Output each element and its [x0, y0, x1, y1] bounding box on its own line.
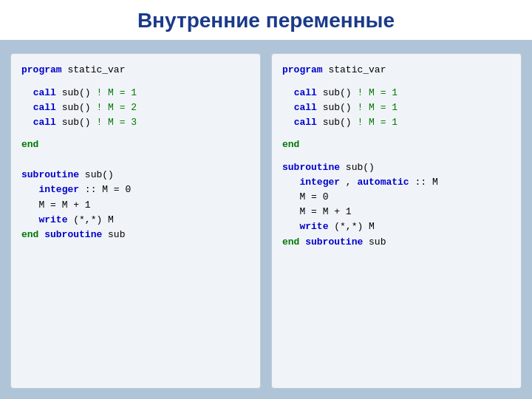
code-text-r3: sub() [323, 102, 358, 113]
code-line-8: M = M + 1 [21, 198, 250, 213]
code-indent [21, 117, 27, 128]
code-text-r10: (*,*) M [334, 221, 375, 232]
code-text-r5: sub() [346, 162, 375, 173]
code-text-r9: M = M + 1 [299, 206, 351, 217]
blank-line-r1 [282, 78, 511, 85]
code-text: sub() [62, 87, 97, 98]
kw-program-1: program [21, 64, 62, 75]
kw-call-1: call [33, 87, 56, 98]
code-line-r5: end [282, 137, 511, 152]
header: Внутренние переменные [0, 0, 532, 41]
code-text: sub() [62, 117, 97, 128]
kw-subroutine-1: subroutine [21, 169, 79, 180]
code-indent-r3 [282, 117, 288, 128]
kw-program-2: program [282, 64, 323, 75]
comment-1: ! M = 1 [96, 87, 137, 98]
code-line-r8: M = 0 [282, 190, 511, 205]
comment-3: ! M = 3 [96, 117, 137, 128]
blank-line-r2 [282, 130, 511, 137]
kw-call-r2: call [294, 102, 317, 113]
kw-subroutine-end-r1: subroutine [305, 236, 363, 248]
kw-automatic-r1: automatic [357, 177, 409, 188]
code-indent-3 [21, 200, 33, 211]
page-container: Внутренние переменные program static_var… [0, 0, 532, 399]
comment-r3: ! M = 1 [357, 117, 398, 128]
code-indent-r2 [282, 102, 288, 113]
kw-end-subroutine-1: end [21, 229, 38, 240]
kw-integer-r1: integer [299, 177, 340, 188]
kw-integer-1: integer [38, 184, 79, 195]
code-indent [21, 102, 27, 113]
code-text-5: sub [108, 229, 125, 240]
blank-line [21, 78, 250, 85]
code-text: static_var [67, 64, 125, 75]
content-area: program static_var call sub() ! M = 1 ca… [0, 41, 532, 399]
code-text-r6: , [346, 177, 358, 188]
comment-r1: ! M = 1 [357, 87, 398, 98]
code-text-r2: sub() [323, 87, 358, 98]
code-line-3: call sub() ! M = 2 [21, 100, 250, 115]
code-text-r12: sub [369, 236, 386, 248]
kw-call-2: call [33, 102, 56, 113]
code-indent-r6 [282, 206, 294, 217]
code-line-r9: M = M + 1 [282, 205, 511, 219]
code-text-2: M = M + 1 [38, 200, 90, 211]
code-line-2: call sub() ! M = 1 [21, 86, 250, 100]
code-text: sub() [85, 169, 114, 180]
code-indent-r4 [282, 177, 294, 188]
code-line-r1: program static_var [282, 63, 511, 78]
code-indent-2 [21, 184, 33, 195]
code-indent [21, 87, 27, 98]
code-line-4: call sub() ! M = 3 [21, 115, 250, 130]
code-line-r4: call sub() ! M = 1 [282, 115, 511, 130]
comment-2: ! M = 2 [96, 102, 137, 113]
code-line-1: program static_var [21, 63, 250, 78]
code-line-r7: integer , automatic :: M [282, 175, 511, 190]
code-text: sub() [62, 102, 97, 113]
page-title: Внутренние переменные [137, 9, 395, 32]
blank-line-r3 [282, 152, 511, 160]
kw-call-3: call [33, 117, 56, 128]
kw-call-r1: call [294, 87, 317, 98]
kw-subroutine-r1: subroutine [282, 162, 340, 173]
code-line-6: subroutine sub() [21, 168, 250, 183]
code-indent-r7 [282, 221, 294, 232]
comment-r2: ! M = 1 [357, 102, 398, 113]
kw-call-r3: call [294, 117, 317, 128]
code-line-9: write (*,*) M [21, 213, 250, 228]
code-indent-4 [21, 214, 33, 225]
code-text-r8: M = 0 [299, 191, 328, 202]
code-text-r7: :: M [415, 177, 437, 188]
blank-line-2 [21, 130, 250, 137]
code-line-5: end [21, 137, 250, 152]
code-indent-r5 [282, 191, 294, 202]
code-indent-r1 [282, 87, 288, 98]
code-text-r4: sub() [323, 117, 358, 128]
blank-line-3 [21, 152, 250, 160]
code-line-r11: end subroutine sub [282, 235, 511, 250]
code-line-7: integer :: M = 0 [21, 183, 250, 197]
kw-write-1: write [38, 214, 67, 225]
kw-end-1: end [21, 139, 38, 150]
code-line-r3: call sub() ! M = 1 [282, 100, 511, 115]
code-line-10: end subroutine sub [21, 228, 250, 242]
code-text-r1: static_var [328, 64, 386, 75]
code-box-left: program static_var call sub() ! M = 1 ca… [10, 53, 261, 389]
code-text: :: M = 0 [85, 184, 131, 195]
code-line-r2: call sub() ! M = 1 [282, 86, 511, 100]
kw-end-subroutine-r1: end [282, 236, 299, 248]
blank-line-4 [21, 160, 250, 168]
code-line-r10: write (*,*) M [282, 219, 511, 234]
kw-subroutine-end-1: subroutine [44, 229, 102, 240]
code-text-3: (*,*) M [73, 214, 114, 225]
code-box-right: program static_var call sub() ! M = 1 ca… [271, 53, 522, 389]
kw-write-r1: write [299, 221, 328, 232]
kw-end-r1: end [282, 139, 299, 150]
code-line-r6: subroutine sub() [282, 160, 511, 175]
